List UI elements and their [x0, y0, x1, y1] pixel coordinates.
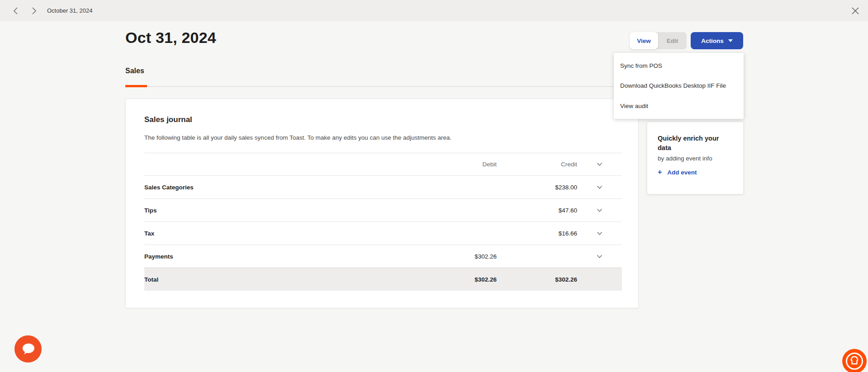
table-row-tax: Tax $16.66: [144, 221, 622, 245]
total-label: Total: [144, 276, 415, 283]
row-credit: $16.66: [497, 230, 577, 237]
actions-dropdown-menu: Sync from POS Download QuickBooks Deskto…: [614, 53, 744, 119]
add-event-label: Add event: [667, 169, 697, 176]
table-row-tips: Tips $47.60: [144, 198, 622, 221]
row-debit: $302.26: [415, 253, 497, 260]
view-button[interactable]: View: [630, 32, 658, 49]
row-label: Payments: [144, 253, 415, 260]
tab-sales-active-underline: [125, 85, 147, 87]
sales-journal-table: Debit Credit Sales Categories $238.00: [144, 153, 622, 291]
expand-row-button[interactable]: [595, 230, 604, 237]
table-row-total: Total $302.26 $302.26: [144, 268, 622, 291]
next-day-button[interactable]: [28, 5, 40, 17]
chevron-down-icon: [597, 208, 602, 212]
table-row-sales-categories: Sales Categories $238.00: [144, 175, 622, 198]
chevron-down-icon: [597, 185, 602, 189]
menu-item-download-iif[interactable]: Download QuickBooks Desktop IIF File: [614, 76, 744, 96]
enrich-data-card: Quickly enrich your data by adding event…: [647, 122, 744, 194]
edit-button[interactable]: Edit: [658, 32, 687, 49]
caret-down-icon: [728, 39, 733, 42]
chevron-down-icon: [597, 162, 602, 166]
tab-sales[interactable]: Sales: [125, 67, 144, 75]
actions-button[interactable]: Actions: [691, 32, 743, 49]
table-row-payments: Payments $302.26: [144, 245, 622, 268]
menu-item-view-audit[interactable]: View audit: [614, 96, 744, 116]
previous-day-button[interactable]: [10, 5, 22, 17]
actions-button-label: Actions: [701, 38, 724, 44]
view-edit-toggle: View Edit: [630, 32, 687, 49]
tabbar-divider: [125, 86, 639, 87]
expand-row-button[interactable]: [595, 253, 604, 260]
enrich-card-title: Quickly enrich your data: [658, 134, 732, 153]
enrich-card-subtitle: by adding event info: [658, 155, 732, 162]
sales-journal-title: Sales journal: [144, 115, 192, 124]
row-label: Tax: [144, 230, 415, 237]
chevron-down-icon: [597, 231, 602, 235]
expand-all-button[interactable]: [595, 160, 604, 168]
menu-item-sync-from-pos[interactable]: Sync from POS: [614, 56, 744, 76]
row-label: Sales Categories: [144, 184, 415, 191]
table-header-row: Debit Credit: [144, 153, 622, 175]
row-credit: $238.00: [497, 184, 577, 191]
chat-bubble-icon: [14, 335, 42, 363]
page-title: Oct 31, 2024: [125, 29, 216, 47]
chevron-right-icon: [31, 7, 37, 14]
expand-row-button[interactable]: [595, 207, 604, 214]
toast-help-icon: [842, 348, 867, 372]
sales-journal-description: The following table is all your daily sa…: [144, 134, 451, 141]
toast-help-button[interactable]: [842, 348, 867, 372]
row-label: Tips: [144, 207, 415, 214]
plus-icon: +: [658, 168, 662, 176]
total-debit: $302.26: [415, 276, 497, 283]
chevron-left-icon: [13, 7, 19, 14]
close-icon: [851, 7, 859, 15]
sales-journal-card: Sales journal The following table is all…: [125, 99, 639, 308]
close-button[interactable]: [849, 5, 862, 17]
top-bar: October 31, 2024: [0, 0, 868, 21]
row-credit: $47.60: [497, 207, 577, 214]
chat-launcher-button[interactable]: [14, 335, 42, 363]
topbar-date: October 31, 2024: [47, 7, 92, 14]
add-event-button[interactable]: + Add event: [658, 168, 697, 176]
column-header-debit: Debit: [415, 161, 497, 168]
chevron-down-icon: [597, 254, 602, 259]
expand-row-button[interactable]: [595, 184, 604, 191]
column-header-credit: Credit: [497, 161, 577, 168]
total-credit: $302.26: [497, 276, 577, 283]
